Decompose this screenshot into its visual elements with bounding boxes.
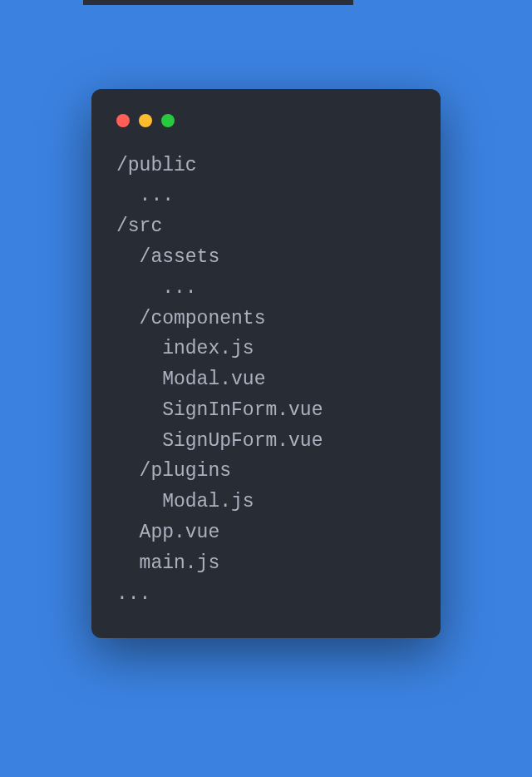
code-line: main.js bbox=[116, 548, 416, 579]
code-line: ... bbox=[116, 181, 416, 211]
code-line: ... bbox=[116, 273, 416, 304]
window-titlebar bbox=[116, 114, 416, 127]
code-line: SignInForm.vue bbox=[116, 395, 416, 426]
code-content: /public .../src /assets ... /components … bbox=[116, 151, 416, 610]
code-line: SignUpForm.vue bbox=[116, 426, 416, 457]
terminal-window: /public .../src /assets ... /components … bbox=[91, 89, 441, 639]
minimize-icon[interactable] bbox=[139, 114, 152, 127]
code-line: /src bbox=[116, 211, 416, 242]
code-line: ... bbox=[116, 579, 416, 610]
code-line: Modal.vue bbox=[116, 364, 416, 395]
code-line: /public bbox=[116, 151, 416, 181]
top-accent-bar bbox=[83, 0, 353, 5]
code-line: App.vue bbox=[116, 517, 416, 548]
code-line: /plugins bbox=[116, 456, 416, 487]
code-line: /components bbox=[116, 304, 416, 334]
code-line: Modal.js bbox=[116, 487, 416, 517]
code-line: /assets bbox=[116, 242, 416, 273]
maximize-icon[interactable] bbox=[161, 114, 175, 127]
close-icon[interactable] bbox=[116, 114, 130, 127]
code-line: index.js bbox=[116, 334, 416, 364]
